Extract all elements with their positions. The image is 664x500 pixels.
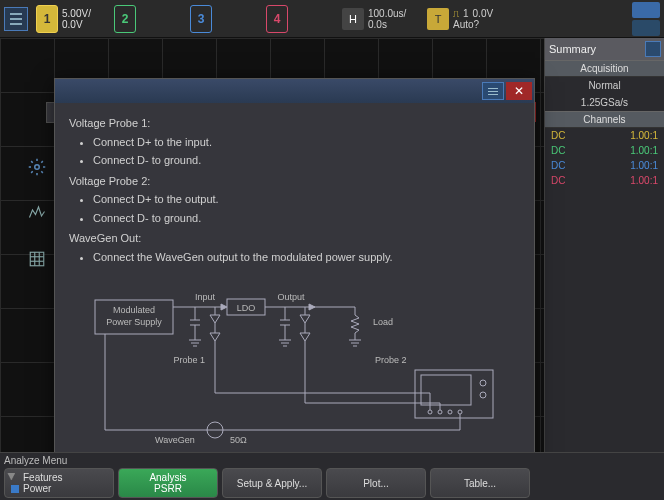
plot-button[interactable]: Plot...	[326, 468, 426, 498]
svg-text:LDO: LDO	[236, 303, 255, 313]
trigger-src: 1	[463, 8, 469, 19]
summary-menu-icon[interactable]	[645, 41, 661, 57]
summary-header: Summary	[545, 38, 664, 60]
dialog-menu-icon[interactable]	[482, 82, 504, 100]
main-menu-icon[interactable]	[4, 7, 28, 31]
collapse-arrow-icon: ⯆	[7, 471, 16, 481]
channels-header: Channels	[545, 111, 664, 128]
dialog-close-icon[interactable]: ✕	[506, 82, 532, 100]
svg-text:Input: Input	[194, 292, 215, 302]
trigger-level: 0.0V	[473, 8, 494, 19]
summary-title: Summary	[549, 43, 596, 55]
svg-point-51	[428, 410, 432, 414]
h-tdiv: 100.0us/	[368, 8, 423, 19]
svg-point-0	[35, 165, 40, 170]
features-label: Features	[23, 472, 62, 483]
setup-apply-button[interactable]: Setup & Apply...	[222, 468, 322, 498]
horizontal-button[interactable]: H	[342, 8, 364, 30]
trigger-button[interactable]: T	[427, 8, 449, 30]
connection-help-dialog: ✕ Voltage Probe 1:Connect D+ to the inpu…	[54, 78, 535, 470]
channel-4-button[interactable]: 4	[266, 5, 288, 33]
section-title: Voltage Probe 1:	[69, 115, 520, 132]
svg-point-53	[448, 410, 452, 414]
diagram-label-mps1: Modulated	[112, 305, 154, 315]
acquisition-header: Acquisition	[545, 60, 664, 77]
analyze-menu-label: Analyze Menu	[4, 455, 67, 466]
instruction-item: Connect D+ to the output.	[93, 191, 520, 208]
svg-marker-44	[300, 333, 310, 341]
channel-row: DC1.00:1	[545, 173, 664, 188]
analysis-button[interactable]: Analysis PSRR	[118, 468, 218, 498]
power-checkbox-icon	[11, 485, 19, 493]
svg-text:Probe 2: Probe 2	[375, 355, 407, 365]
channel-3-button[interactable]: 3	[190, 5, 212, 33]
channel-row: DC1.00:1	[545, 158, 664, 173]
channel-1-button[interactable]: 1	[36, 5, 58, 33]
svg-marker-38	[210, 333, 220, 341]
gear-icon[interactable]	[26, 156, 48, 178]
acq-rate: 1.25GSa/s	[545, 94, 664, 111]
svg-text:50Ω: 50Ω	[230, 435, 247, 445]
svg-point-54	[458, 410, 462, 414]
svg-rect-1	[30, 252, 44, 266]
h-delay: 0.0s	[368, 19, 423, 30]
section-title: Voltage Probe 2:	[69, 173, 520, 190]
plot-label: Plot...	[363, 478, 389, 489]
table-label: Table...	[464, 478, 496, 489]
connection-diagram: Modulated Power Supply Input	[75, 285, 515, 455]
ch1-offset: 0.0V	[62, 19, 110, 30]
trigger-mode: Auto?	[453, 19, 508, 30]
svg-marker-36	[210, 315, 220, 323]
svg-rect-48	[421, 375, 471, 405]
analysis-mode-button[interactable]	[632, 20, 660, 36]
svg-text:WaveGen: WaveGen	[155, 435, 195, 445]
svg-marker-8	[221, 304, 227, 310]
svg-point-49	[480, 380, 486, 386]
table-button[interactable]: Table...	[430, 468, 530, 498]
summary-panel: Summary Acquisition Normal 1.25GSa/s Cha…	[544, 38, 664, 452]
ch1-vdiv: 5.00V/	[62, 8, 110, 19]
instruction-item: Connect D+ to the input.	[93, 134, 520, 151]
trigger-info: ⎍ 1 0.0V Auto?	[453, 8, 508, 30]
svg-text:Output: Output	[277, 292, 305, 302]
svg-marker-42	[300, 315, 310, 323]
channel-row: DC1.00:1	[545, 143, 664, 158]
diagram-label-mps2: Power Supply	[106, 317, 162, 327]
features-button[interactable]: ⯆ Features Power	[4, 468, 114, 498]
analysis-label: Analysis	[149, 472, 186, 483]
svg-point-50	[480, 392, 486, 398]
section-title: WaveGen Out:	[69, 230, 520, 247]
setup-label: Setup & Apply...	[237, 478, 307, 489]
trigger-edge-icon: ⎍	[453, 8, 459, 19]
acq-mode: Normal	[545, 77, 664, 94]
analysis-sub: PSRR	[154, 483, 182, 494]
instruction-item: Connect D- to ground.	[93, 210, 520, 227]
instruction-item: Connect the WaveGen output to the modula…	[93, 249, 520, 266]
channel-row: DC1.00:1	[545, 128, 664, 143]
svg-text:Probe 1: Probe 1	[173, 355, 205, 365]
svg-point-52	[438, 410, 442, 414]
horizontal-info: 100.0us/ 0.0s	[368, 8, 423, 30]
svg-text:Load: Load	[373, 317, 393, 327]
features-sub: Power	[23, 483, 51, 494]
display-mode-button[interactable]	[632, 2, 660, 18]
instruction-item: Connect D- to ground.	[93, 152, 520, 169]
channel-1-info: 5.00V/ 0.0V	[62, 8, 110, 30]
svg-marker-20	[309, 304, 315, 310]
svg-rect-47	[415, 370, 493, 418]
channel-2-button[interactable]: 2	[114, 5, 136, 33]
waveform-icon[interactable]	[26, 202, 48, 224]
table-icon[interactable]	[26, 248, 48, 270]
